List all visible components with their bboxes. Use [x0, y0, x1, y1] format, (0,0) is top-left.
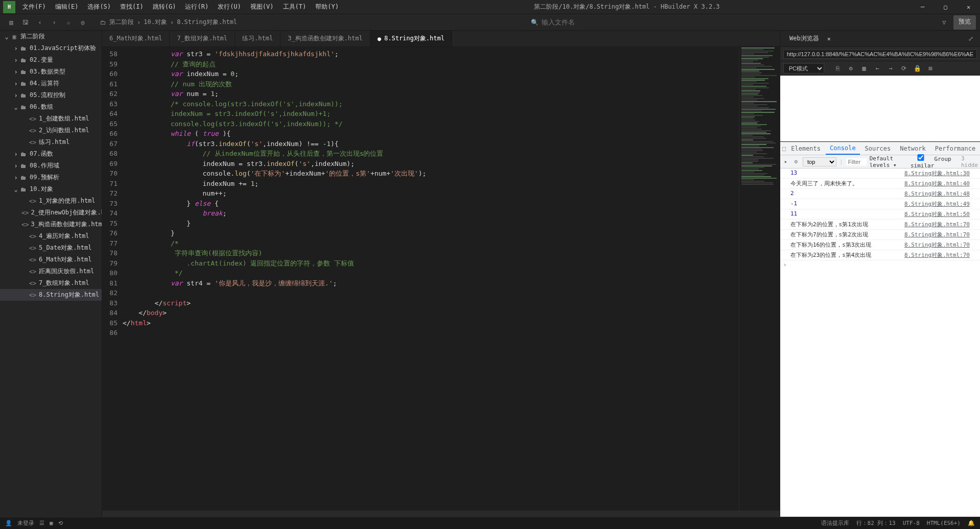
log-source-link[interactable]: 8.String对象.html:30: [904, 170, 970, 177]
bc-2[interactable]: 8.String对象.html: [177, 18, 237, 27]
menu-item[interactable]: 运行(R): [181, 1, 213, 13]
editor-tab[interactable]: 练习.html: [235, 31, 281, 46]
tree-folder[interactable]: ›🖿04.运算符: [0, 78, 102, 89]
bc-0[interactable]: 第二阶段: [109, 18, 134, 27]
group-similar-checkbox[interactable]: Group similar: [911, 154, 958, 169]
menu-item[interactable]: 选择(S): [83, 1, 115, 13]
tree-root[interactable]: ⌄ ▣ 第二阶段: [0, 31, 102, 42]
clear-console-icon[interactable]: ⊘: [792, 158, 800, 165]
tree-folder[interactable]: ⌄🖿06.数组: [0, 101, 102, 113]
browser-tab[interactable]: Web浏览器: [784, 32, 824, 45]
code-area[interactable]: var str3 = 'fdskjhhsdjfakadfsjhkafdsjkhl…: [123, 47, 739, 511]
tree-file[interactable]: <>8.String对象.html: [0, 289, 102, 301]
bell-icon[interactable]: 🔔: [968, 520, 975, 526]
devtools-icon[interactable]: ▦: [859, 63, 869, 74]
target-icon[interactable]: ◎: [76, 15, 90, 30]
settings-icon[interactable]: ⚙: [846, 63, 856, 74]
menu-item[interactable]: 查找(I): [116, 1, 148, 13]
menu-item[interactable]: 工具(T): [279, 1, 311, 13]
menu-item[interactable]: 文件(F): [18, 1, 50, 13]
tree-file[interactable]: <>2_使用newObj创建对象.ht...: [0, 207, 102, 219]
back-icon[interactable]: ‹: [33, 15, 47, 30]
new-window-icon[interactable]: ⎘: [832, 63, 843, 74]
minimize-button[interactable]: ─: [911, 0, 934, 14]
editor-content[interactable]: 58 59 60 61 62 63 64 65 66 67 68 69 70 7…: [102, 47, 780, 511]
url-input[interactable]: [783, 50, 977, 59]
menu-item[interactable]: 跳转(G): [149, 1, 180, 13]
tree-folder[interactable]: ›🖿03.数据类型: [0, 66, 102, 78]
dt-tab-performance[interactable]: Performance: [931, 143, 979, 154]
list-icon[interactable]: ☰: [39, 520, 44, 526]
levels-dropdown[interactable]: Default levels ▾: [870, 155, 907, 169]
sync-icon[interactable]: ⟲: [58, 520, 63, 526]
log-source-link[interactable]: 8.String对象.html:70: [904, 241, 970, 249]
filter-icon[interactable]: ▽: [937, 15, 951, 30]
maximize-button[interactable]: ▢: [934, 0, 957, 14]
tree-folder[interactable]: ›🖿02.变量: [0, 54, 102, 66]
console-output[interactable]: 138.String对象.html:30今天周三了，周末快来了。8.String…: [780, 169, 980, 517]
editor-tab[interactable]: 3_构造函数创建对象.html: [281, 31, 370, 46]
context-select[interactable]: top: [803, 157, 836, 166]
log-source-link[interactable]: 8.String对象.html:50: [904, 210, 970, 218]
nav-forward-icon[interactable]: →: [885, 63, 896, 74]
nav-back-icon[interactable]: ←: [872, 63, 882, 74]
close-button[interactable]: ✕: [957, 0, 980, 14]
tree-file[interactable]: <>1_创建数组.html: [0, 113, 102, 125]
expand-icon[interactable]: ⤢: [966, 34, 976, 44]
terminal-icon[interactable]: ▣: [50, 520, 53, 526]
log-source-link[interactable]: 8.String对象.html:70: [904, 221, 970, 228]
tree-file[interactable]: <>3_构造函数创建对象.html: [0, 219, 102, 230]
log-source-link[interactable]: 8.String对象.html:48: [904, 190, 970, 198]
syntax-lib[interactable]: 语法提示库: [821, 519, 849, 527]
encoding[interactable]: UTF-8: [903, 520, 920, 526]
tree-file[interactable]: <>4_遍历对象.html: [0, 230, 102, 242]
tree-file[interactable]: <>练习.html: [0, 136, 102, 148]
qr-icon[interactable]: ⊞: [925, 63, 936, 74]
language-mode[interactable]: HTML(ES6+): [927, 520, 961, 526]
dt-tab-elements[interactable]: Elements: [787, 143, 825, 154]
menu-item[interactable]: 发行(U): [214, 1, 245, 13]
user-icon[interactable]: 👤: [5, 520, 12, 526]
console-filter-input[interactable]: [846, 158, 867, 165]
menu-item[interactable]: 帮助(Y): [311, 1, 343, 13]
menu-item[interactable]: 编辑(E): [51, 1, 83, 13]
tree-file[interactable]: <>6_Math对象.html: [0, 254, 102, 266]
cursor-position[interactable]: 行：82 列：13: [856, 519, 896, 527]
tree-file[interactable]: <>5_Date对象.html: [0, 242, 102, 254]
login-status[interactable]: 未登录: [17, 519, 34, 527]
menu-item[interactable]: 视图(V): [246, 1, 278, 13]
device-mode-select[interactable]: PC模式: [783, 63, 824, 74]
tree-file[interactable]: <>1_对象的使用.html: [0, 195, 102, 207]
preview-button[interactable]: 预览: [953, 15, 976, 30]
tree-folder[interactable]: ›🖿05.流程控制: [0, 89, 102, 101]
lock-icon[interactable]: 🔒: [912, 63, 922, 74]
editor-tab[interactable]: 6_Math对象.html: [102, 31, 170, 46]
forward-icon[interactable]: ›: [47, 15, 61, 30]
tree-folder[interactable]: ⌄🖿10.对象: [0, 183, 102, 195]
editor-tab[interactable]: ● 8.String对象.html: [370, 31, 452, 46]
new-file-icon[interactable]: ▤: [4, 15, 18, 30]
inspect-icon[interactable]: ⬚: [782, 145, 786, 152]
minimap[interactable]: [739, 47, 780, 511]
console-prompt[interactable]: ›: [780, 260, 980, 269]
bc-1[interactable]: 10.对象: [144, 18, 167, 27]
log-source-link[interactable]: 8.String对象.html:40: [904, 180, 970, 187]
browser-viewport[interactable]: [780, 76, 980, 142]
reload-icon[interactable]: ⟳: [899, 63, 909, 74]
tree-file[interactable]: <>2_访问数组.html: [0, 125, 102, 136]
tree-folder[interactable]: ›🖿09.预解析: [0, 172, 102, 183]
dt-tab-console[interactable]: Console: [826, 142, 860, 155]
log-source-link[interactable]: 8.String对象.html:49: [904, 200, 970, 208]
tree-file[interactable]: <>距离国庆放假.html: [0, 266, 102, 277]
tree-folder[interactable]: ›🖿07.函数: [0, 148, 102, 160]
log-source-link[interactable]: 8.String对象.html:70: [904, 231, 970, 238]
dt-tab-sources[interactable]: Sources: [861, 143, 895, 154]
star-icon[interactable]: ☆: [61, 15, 76, 30]
tree-folder[interactable]: ›🖿01.JavaScript初体验: [0, 42, 102, 54]
save-icon[interactable]: 🖫: [18, 15, 33, 30]
dt-tab-network[interactable]: Network: [896, 143, 930, 154]
close-icon[interactable]: ✕: [827, 35, 831, 42]
horizontal-scrollbar[interactable]: [102, 511, 780, 517]
log-source-link[interactable]: 8.String对象.html:70: [904, 251, 970, 259]
tree-file[interactable]: <>7_数组对象.html: [0, 277, 102, 289]
